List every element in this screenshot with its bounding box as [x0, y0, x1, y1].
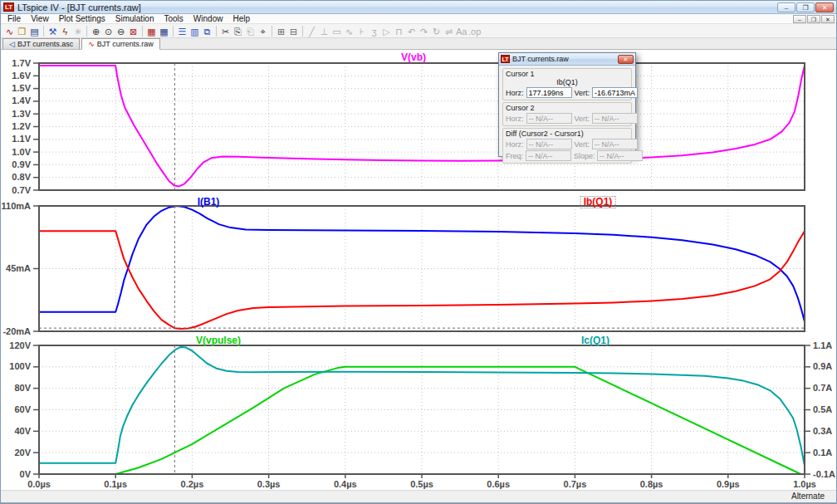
y-tick-label: 1.0V	[1, 147, 31, 157]
mdi-close-button-icon[interactable]: ✕	[821, 15, 835, 23]
diode-icon: ▷	[380, 25, 393, 37]
y-tick-label: 80V	[1, 383, 31, 393]
y-tick-label-right: 0.3A	[813, 426, 832, 436]
menu-tools[interactable]: Tools	[159, 14, 188, 24]
mdi-minimize-button-icon[interactable]: –	[793, 15, 806, 23]
x-tick-label: 0.6µs	[487, 479, 510, 489]
close-button-icon[interactable]: ✕	[815, 2, 834, 12]
y-tick-label: 20V	[1, 448, 31, 458]
y-tick-label-right: 0.1A	[813, 448, 832, 458]
trace-label-icq1[interactable]: Ic(Q1)	[578, 335, 613, 347]
dialog-close-icon[interactable]: ✕	[618, 55, 634, 64]
print-preview-icon[interactable]: ⊞	[275, 25, 287, 37]
ground-icon: ⊥	[318, 25, 330, 37]
maximize-button-icon[interactable]: ❐	[796, 2, 815, 12]
mirror-icon: ⇌	[443, 25, 455, 37]
trace-label-vvpulse[interactable]: V(vpulse)	[193, 335, 244, 347]
y-tick-label-right: -0.1A	[813, 469, 835, 479]
y-tick-label: 0.9V	[1, 159, 31, 169]
copy-icon[interactable]: ⎘	[232, 25, 244, 37]
x-tick-label: 0.0µs	[27, 479, 51, 489]
new-plot-icon[interactable]: ∿	[3, 25, 16, 37]
waveform-viewer[interactable]: LT BJT currents.raw ✕ Cursor 1 Ib(Q1) Ho…	[1, 50, 837, 490]
tile-vertical-icon[interactable]: ▥	[188, 25, 201, 37]
x-tick-label: 0.7µs	[564, 479, 587, 489]
paste-icon: ⎗	[244, 25, 257, 37]
waveform-icon: ∿	[88, 41, 95, 48]
wire-icon: ╱	[306, 25, 318, 37]
halt-icon: ✳	[71, 25, 84, 37]
find-icon[interactable]: ⌖	[257, 25, 269, 37]
minimize-button-icon[interactable]: –	[777, 2, 795, 12]
cursor1-group: Cursor 1 Ib(Q1) Horz: Vert:	[502, 68, 632, 100]
diff-vert-label: Vert:	[575, 140, 590, 149]
zoom-back-icon[interactable]: ⊙	[102, 25, 115, 37]
tile-horizontal-icon[interactable]: ☰	[176, 25, 188, 37]
trace-label-ib1[interactable]: I(B1)	[194, 196, 223, 208]
menu-window[interactable]: Window	[188, 14, 228, 24]
diff-group: Diff (Cursor2 - Cursor1) Horz: Vert: Fre…	[502, 128, 632, 164]
mark-data-points-icon[interactable]: ▦	[158, 25, 170, 37]
print-icon[interactable]: ⊟	[287, 25, 300, 37]
y-tick-label-right: 0.5A	[813, 404, 832, 414]
menu-view[interactable]: View	[26, 14, 54, 24]
cursor-dialog-titlebar[interactable]: LT BJT currents.raw ✕	[499, 53, 635, 66]
zoom-fit-icon[interactable]: ⊠	[127, 25, 140, 37]
y-tick-label: 1.5V	[1, 83, 31, 93]
menu-plot-settings[interactable]: Plot Settings	[54, 14, 110, 24]
zoom-in-icon[interactable]: ⊕	[90, 25, 102, 37]
trace-label-ibq1[interactable]: Ib(Q1)	[580, 196, 616, 208]
tab-label: BJT currents.raw	[97, 40, 154, 48]
schematic-icon: ◁	[9, 41, 15, 48]
mdi-buttons: –❐✕	[793, 15, 835, 23]
menu-simulation[interactable]: Simulation	[110, 14, 159, 24]
plot-settings-icon[interactable]: ▦	[145, 25, 158, 37]
y-tick-label: 0.7V	[1, 185, 31, 195]
text-icon: Aa	[455, 25, 467, 37]
diff-group-label: Diff (Cursor2 - Cursor1)	[506, 129, 629, 138]
toolbar-separator	[86, 26, 87, 37]
toolbar-separator	[43, 26, 44, 37]
control-panel-icon[interactable]: ⚒	[46, 25, 59, 37]
cursor1-horz-field[interactable]	[526, 87, 572, 98]
menubar: FileViewPlot SettingsSimulationToolsWind…	[1, 14, 836, 24]
cascade-windows-icon[interactable]: ⧉	[201, 25, 213, 37]
toolbar-separator	[272, 26, 272, 37]
cursor-dialog[interactable]: LT BJT currents.raw ✕ Cursor 1 Ib(Q1) Ho…	[498, 52, 636, 157]
open-file-icon[interactable]: ❒	[16, 25, 28, 37]
save-icon[interactable]: ▤	[28, 25, 41, 37]
cut-icon[interactable]: ✂	[219, 25, 232, 37]
toolbar-separator	[302, 26, 303, 37]
rotate-icon: ↻	[430, 25, 443, 37]
zoom-out-icon[interactable]: ⊖	[115, 25, 127, 37]
y-tick-label-right: 0.7A	[813, 383, 832, 393]
resistor-icon: ∿	[343, 25, 355, 37]
cursor2-vert-label: Vert:	[575, 115, 590, 123]
trace-label-vvb[interactable]: V(vb)	[398, 51, 429, 64]
cursor1-trace-name: Ib(Q1)	[506, 78, 629, 86]
diff-freq-field	[526, 150, 571, 161]
cursor-dialog-title: BJT currents.raw	[512, 55, 569, 63]
x-tick-label: 0.8µs	[640, 479, 663, 489]
tab-label: BJT currents.asc	[17, 40, 73, 48]
cursor1-vert-field[interactable]	[592, 87, 638, 98]
mdi-restore-button-icon[interactable]: ❐	[807, 15, 820, 23]
y-tick-label: 1.7V	[1, 58, 31, 68]
titlebar[interactable]: LT LTspice IV - [BJT currents.raw] –❐✕	[1, 1, 836, 14]
y-tick-label: 0.8V	[1, 172, 31, 182]
toolbar-separator	[142, 26, 143, 37]
run-icon[interactable]: ϟ	[59, 25, 71, 37]
x-tick-label: 0.2µs	[181, 479, 204, 489]
x-tick-label: 0.4µs	[334, 479, 357, 489]
toolbar-separator	[173, 26, 174, 37]
spice-directive-icon: .op	[467, 25, 480, 37]
window-buttons: –❐✕	[777, 2, 834, 12]
menu-help[interactable]: Help	[228, 14, 255, 24]
menu-file[interactable]: File	[2, 14, 26, 24]
component-icon: ⊓	[393, 25, 405, 37]
waveform-plot[interactable]	[1, 50, 837, 490]
tab-bjt-currents-asc[interactable]: ◁BJT currents.asc	[2, 38, 80, 49]
capacitor-icon: ⊦	[355, 25, 368, 37]
x-tick-label: 1.0µs	[793, 479, 816, 489]
tab-bjt-currents-raw[interactable]: ∿BJT currents.raw	[81, 38, 159, 50]
